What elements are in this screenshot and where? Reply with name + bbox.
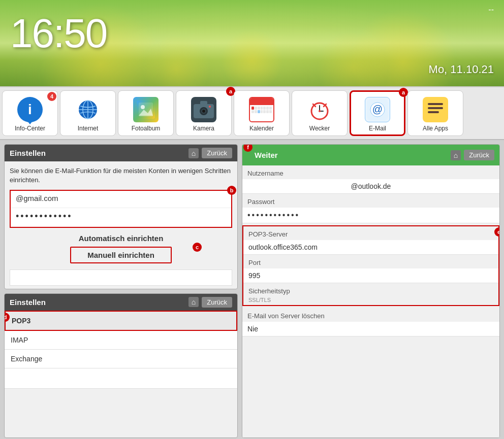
- left-panels: Einstellen ⌂ Zurück Sie können die E-Mai…: [4, 144, 238, 438]
- list-item-empty: [5, 368, 237, 389]
- setup-description: Sie können die E-Mail-Funktion für die m…: [10, 166, 232, 185]
- list-item-exchange[interactable]: Exchange: [5, 350, 237, 368]
- password-input[interactable]: [11, 208, 231, 225]
- nutzername-label: Nutzername: [242, 165, 499, 179]
- right-panel-header: f Weiter ⌂ Zurück: [242, 145, 499, 165]
- internet-icon: [75, 96, 101, 123]
- kalender-icon: [248, 96, 275, 123]
- svg-rect-25: [428, 103, 443, 105]
- app-icon-fotoalbum[interactable]: Fotoalbum: [118, 90, 174, 136]
- right-back-button[interactable]: Zurück: [464, 150, 494, 160]
- info-center-badge: 4: [47, 92, 56, 101]
- panel-2-title: Einstellen: [10, 298, 46, 307]
- app-icon-allapps[interactable]: Alle Apps: [407, 90, 463, 136]
- annotation-c: c: [193, 243, 202, 252]
- panel-einstellen-1: Einstellen ⌂ Zurück Sie können die E-Mai…: [4, 144, 238, 289]
- right-form-scroll: Nutzername @outlook.de Passwort ••••••••…: [242, 165, 499, 437]
- panel-einstellen-2: Einstellen ⌂ Zurück d POP3 IMAP Exchange: [4, 293, 238, 438]
- svg-rect-24: [425, 99, 446, 120]
- list-item-imap[interactable]: IMAP: [5, 331, 237, 350]
- clock-display: 16:50: [10, 10, 107, 57]
- panel-1-back-button[interactable]: Zurück: [202, 148, 232, 158]
- svg-point-20: [319, 110, 321, 112]
- app-icon-email[interactable]: @ a E-Mail: [350, 90, 405, 136]
- svg-rect-26: [428, 107, 443, 109]
- date-display: Mo, 11.10.21: [429, 63, 494, 76]
- svg-rect-9: [200, 101, 207, 105]
- info-center-icon: i: [17, 96, 43, 123]
- internet-label: Internet: [78, 125, 99, 132]
- signal-dashes: --: [488, 5, 494, 14]
- passwort-label: Passwort: [242, 194, 499, 208]
- right-panel: f Weiter ⌂ Zurück Nutzername @outlook.de…: [242, 144, 500, 438]
- allapps-icon: [422, 96, 449, 123]
- pop3-server-label: POP3-Server: [243, 226, 498, 240]
- wecker-label: Wecker: [309, 125, 330, 132]
- panel-2-header: Einstellen ⌂ Zurück: [5, 294, 237, 311]
- svg-point-12: [202, 110, 205, 113]
- svg-point-13: [209, 106, 211, 108]
- list-item-pop3[interactable]: POP3: [5, 311, 237, 331]
- kamera-icon: [191, 96, 217, 123]
- nutzername-value: @outlook.de: [242, 179, 499, 194]
- wecker-icon: [306, 96, 333, 123]
- info-center-label: Info-Center: [15, 125, 45, 132]
- sicherheitstyp-sublabel: SSL/TLS: [243, 297, 498, 305]
- pop3-server-value: outlook.office365.com: [243, 240, 498, 255]
- right-panel-card: f Weiter ⌂ Zurück Nutzername @outlook.de…: [242, 144, 500, 438]
- wallpaper: 16:50 -- Mo, 11.10.21: [0, 0, 504, 86]
- annotation-b: b: [227, 186, 236, 195]
- app-bar: i 4 Info-Center Internet: [0, 86, 504, 140]
- email-loeschen-value: Nie: [242, 322, 499, 336]
- panel-2-home-button[interactable]: ⌂: [188, 297, 199, 307]
- app-icon-wecker[interactable]: Wecker: [292, 90, 348, 136]
- panel-1-home-button[interactable]: ⌂: [188, 148, 199, 158]
- email-icon: @: [364, 96, 391, 123]
- weiter-button[interactable]: Weiter: [247, 148, 285, 162]
- app-icon-internet[interactable]: Internet: [60, 90, 116, 136]
- right-home-button[interactable]: ⌂: [451, 150, 461, 160]
- form-empty-space: [242, 336, 499, 377]
- sicherheitstyp-label: Sicherheitstyp: [243, 283, 498, 297]
- manual-setup-button[interactable]: Manuell einrichten: [70, 247, 172, 263]
- fotoalbum-label: Fotoalbum: [132, 125, 161, 132]
- allapps-label: Alle Apps: [423, 125, 448, 132]
- passwort-value: ••••••••••••: [242, 208, 499, 223]
- app-icon-kamera[interactable]: a Kamera: [176, 90, 232, 136]
- panel-1-title: Einstellen: [10, 149, 46, 157]
- fotoalbum-icon: [133, 96, 159, 123]
- kamera-label: Kamera: [193, 125, 214, 132]
- svg-rect-27: [428, 111, 439, 113]
- port-label: Port: [243, 255, 498, 268]
- port-value: 995: [243, 268, 498, 283]
- email-loeschen-label: E-Mail von Server löschen: [242, 308, 499, 322]
- panel-1-body: Sie können die E-Mail-Funktion für die m…: [5, 161, 237, 289]
- panel-2-back-button[interactable]: Zurück: [202, 297, 232, 308]
- empty-placeholder-row: [10, 269, 232, 286]
- kalender-label: Kalender: [249, 125, 274, 132]
- panel-1-header: Einstellen ⌂ Zurück: [5, 145, 237, 161]
- panels-container: Einstellen ⌂ Zurück Sie können die E-Mai…: [0, 140, 504, 439]
- svg-text:@: @: [372, 104, 383, 115]
- svg-point-6: [141, 105, 145, 109]
- app-icon-info-center[interactable]: i 4 Info-Center: [2, 90, 58, 136]
- annotation-a-email: a: [399, 88, 408, 97]
- email-label: E-Mail: [369, 125, 386, 132]
- app-icon-kalender[interactable]: Kalender: [234, 90, 290, 136]
- email-input[interactable]: [11, 191, 231, 206]
